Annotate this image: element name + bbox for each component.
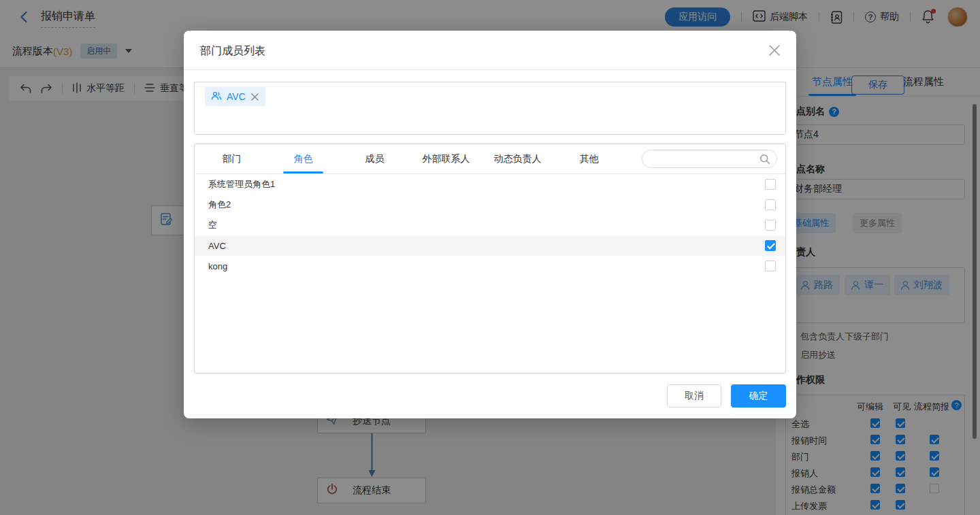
selected-tag-label: AVC xyxy=(227,91,246,102)
list-item-checkbox[interactable] xyxy=(765,179,776,190)
modal-header: 部门成员列表 xyxy=(184,31,796,70)
modal-tab-0[interactable]: 部门 xyxy=(196,144,267,173)
list-item[interactable]: 空 xyxy=(195,215,786,235)
confirm-button[interactable]: 确定 xyxy=(731,384,786,408)
list-item[interactable]: 系统管理员角色1 xyxy=(195,174,786,195)
list-item-label: 空 xyxy=(208,219,217,231)
search-box xyxy=(642,150,777,168)
list-item[interactable]: kong xyxy=(195,256,786,276)
list-item-label: 系统管理员角色1 xyxy=(208,178,275,190)
member-list: 系统管理员角色1角色2空AVCkong xyxy=(195,174,786,276)
selected-members-box[interactable]: AVC xyxy=(194,82,786,135)
member-list-modal: 部门成员列表 AVC 部门角色成员外部联系人动态负责人其他 xyxy=(184,31,796,418)
modal-title: 部门成员列表 xyxy=(200,44,265,59)
people-icon xyxy=(211,91,222,103)
cancel-button[interactable]: 取消 xyxy=(667,384,721,408)
modal-tab-3[interactable]: 外部联系人 xyxy=(410,144,482,173)
list-item-checkbox[interactable] xyxy=(765,261,776,271)
app-screen: 报销申请单 应用访问 后端脚本 帮助 xyxy=(0,0,980,515)
modal-tab-2[interactable]: 成员 xyxy=(339,144,410,173)
close-icon[interactable] xyxy=(768,44,781,57)
list-item-checkbox[interactable] xyxy=(765,199,776,210)
remove-tag-icon[interactable] xyxy=(250,93,259,101)
list-item[interactable]: AVC xyxy=(195,235,786,256)
selected-tag[interactable]: AVC xyxy=(205,87,265,106)
list-item-label: AVC xyxy=(208,241,226,251)
modal-tab-5[interactable]: 其他 xyxy=(553,144,625,173)
list-item-checkbox[interactable] xyxy=(765,240,776,251)
modal-tab-1[interactable]: 角色 xyxy=(267,144,339,173)
search-icon[interactable] xyxy=(760,154,770,167)
search-input[interactable] xyxy=(651,151,760,167)
list-item-checkbox[interactable] xyxy=(765,220,776,231)
list-item-label: 角色2 xyxy=(208,199,231,211)
member-picker: 部门角色成员外部联系人动态负责人其他 系统管理员角色1角色2空AVCkong xyxy=(194,144,786,373)
list-item-label: kong xyxy=(208,261,227,271)
modal-tab-4[interactable]: 动态负责人 xyxy=(482,144,553,173)
list-item[interactable]: 角色2 xyxy=(195,195,786,215)
